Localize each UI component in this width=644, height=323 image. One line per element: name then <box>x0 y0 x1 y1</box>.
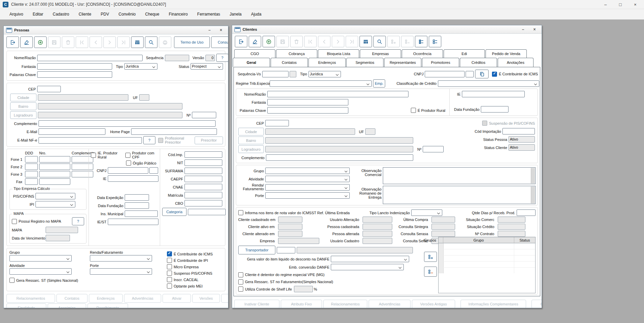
cnpj-digit-input[interactable] <box>149 167 158 174</box>
cep-input[interactable] <box>37 86 61 92</box>
renda-faturamento-select[interactable] <box>265 184 350 191</box>
palavras-chave-input[interactable] <box>37 71 112 78</box>
tab-geral[interactable]: Geral <box>233 58 270 67</box>
logradouro-button[interactable]: Logradouro <box>10 111 36 119</box>
print-icon[interactable] <box>159 36 171 48</box>
fax-ddd-input[interactable] <box>25 178 38 185</box>
shelf-life-checkbox[interactable] <box>238 287 243 292</box>
cep-input[interactable] <box>265 120 289 126</box>
termo-de-uso-button[interactable]: Termo de Uso <box>174 36 210 48</box>
menu-cheque[interactable]: Cheque <box>141 10 164 18</box>
inscr-caceal-checkbox[interactable] <box>167 277 172 282</box>
bairro-button[interactable]: Bairro <box>10 102 36 110</box>
renda-faturamento-select[interactable] <box>90 255 152 262</box>
grid-icon[interactable] <box>360 36 372 47</box>
cnae-input[interactable] <box>184 184 222 190</box>
ie-produtor-rural-checkbox[interactable] <box>91 153 96 158</box>
complemento-input[interactable] <box>39 120 216 127</box>
help-button[interactable]: ? <box>216 54 228 62</box>
cadastro-button[interactable]: Cadastro <box>221 294 228 303</box>
optante-mei-checkbox[interactable] <box>167 283 172 289</box>
save-icon[interactable] <box>48 36 60 48</box>
contatos-button[interactable]: Contatos <box>56 294 88 303</box>
obs-romaneio-textarea[interactable] <box>383 186 536 204</box>
nav-last-icon[interactable] <box>346 36 358 47</box>
regime-trib-select[interactable] <box>270 80 372 87</box>
delete-icon[interactable] <box>290 36 303 47</box>
versoes-antigas-button[interactable]: Versões Antigas <box>412 300 455 308</box>
grupo-add-icon[interactable] <box>424 252 437 262</box>
nav-first-icon[interactable] <box>304 36 317 47</box>
gera-ressarc-st-checkbox[interactable] <box>9 278 15 283</box>
prescritor-button[interactable]: Prescritor <box>195 136 223 144</box>
emp-button[interactable]: Emp. <box>373 79 385 88</box>
minimize-icon[interactable]: – <box>599 1 612 8</box>
relacionamentos-button[interactable]: Relacionamentos <box>6 294 55 303</box>
atividade-select[interactable] <box>9 268 72 275</box>
maximize-icon[interactable]: □ <box>614 1 626 8</box>
classificacao-credito-select[interactable] <box>438 80 539 87</box>
add-icon[interactable] <box>263 36 275 47</box>
palavras-chave-input[interactable] <box>267 107 348 114</box>
status-select[interactable]: Prospect <box>191 63 223 70</box>
cidade-button[interactable]: Cidade <box>10 94 36 101</box>
cidade-button[interactable]: Cidade <box>238 128 264 135</box>
data-fundacao-input[interactable] <box>481 106 509 113</box>
tab-pedido-de-venda[interactable]: Pedido de Venda <box>486 49 527 58</box>
search-icon[interactable] <box>145 36 157 48</box>
pessoas-title-bar[interactable]: Pessoas – × <box>4 26 228 34</box>
tab-segmentos[interactable]: Segmentos <box>346 58 383 67</box>
nav-last-icon[interactable] <box>117 36 130 48</box>
suframa-input[interactable] <box>184 168 222 174</box>
sequencia-vs-input[interactable] <box>262 71 289 77</box>
obs-comercial-textarea[interactable] <box>383 167 536 184</box>
contribuinte-ipi-checkbox[interactable] <box>167 258 172 263</box>
home-page-input[interactable] <box>131 128 217 135</box>
tipo-select[interactable]: Jurídica <box>124 63 157 70</box>
fantasia-input[interactable] <box>267 99 348 105</box>
menu-arquivo[interactable]: Arquivo <box>5 10 28 18</box>
mapa-help-button[interactable]: ? <box>72 217 84 225</box>
fone2-ddd-input[interactable] <box>25 164 38 170</box>
informacoes-complementares-button[interactable]: Informações Complementares <box>461 300 526 308</box>
minimize-icon[interactable]: – <box>205 27 214 33</box>
gera-ressarc-st-checkbox[interactable] <box>238 279 243 284</box>
cnpj-input[interactable] <box>108 167 148 174</box>
fantasia-input[interactable] <box>37 63 112 70</box>
nav-prev-icon[interactable] <box>90 36 102 48</box>
cod-importacao-input[interactable] <box>502 128 535 134</box>
anonimiza-button[interactable]: Anonimiza <box>48 303 86 308</box>
tipo-select[interactable]: Jurídica <box>308 71 341 77</box>
tab-bloqueia-lista[interactable]: Bloqueia Lista <box>318 49 359 58</box>
ipi-select[interactable] <box>35 201 75 207</box>
grid-icon[interactable] <box>131 36 144 48</box>
ie-input[interactable] <box>462 91 525 97</box>
recolhimento-button[interactable]: Recolhimento <box>88 303 128 308</box>
exit-icon[interactable] <box>6 36 19 48</box>
checklist-plain-icon[interactable] <box>429 36 441 47</box>
logradouro-button[interactable]: Logradouro <box>238 145 264 153</box>
data-fundacao-input[interactable] <box>125 202 149 209</box>
list-remove-icon[interactable] <box>401 36 414 47</box>
menu-cliente[interactable]: Cliente <box>74 10 96 18</box>
enderecos-button[interactable]: Endereços <box>89 294 123 303</box>
status-column-header[interactable]: Status <box>514 237 535 243</box>
fone3-nro-input[interactable] <box>39 171 70 177</box>
fone2-nro-input[interactable] <box>39 164 70 170</box>
porte-select[interactable] <box>265 192 350 199</box>
search-icon[interactable] <box>373 36 386 47</box>
caepf-input[interactable] <box>184 176 222 182</box>
gera-valor-danfe-select[interactable] <box>331 256 409 262</box>
nome-razao-input[interactable] <box>267 91 408 97</box>
minimize-icon[interactable]: – <box>518 26 528 33</box>
add-icon[interactable] <box>34 36 47 48</box>
menu-ferramentas[interactable]: Ferramentas <box>193 10 225 18</box>
contribuinte-icms-checkbox[interactable] <box>492 72 497 77</box>
scrollbar[interactable] <box>531 187 535 203</box>
produtor-rural-checkbox[interactable] <box>411 108 416 113</box>
tipo-lancto-select[interactable] <box>411 209 442 216</box>
email-nfe-help-button[interactable]: ? <box>143 136 155 144</box>
cbo-input[interactable] <box>184 200 222 206</box>
clear-icon[interactable] <box>20 36 33 48</box>
nome-razao-input[interactable] <box>37 55 143 61</box>
